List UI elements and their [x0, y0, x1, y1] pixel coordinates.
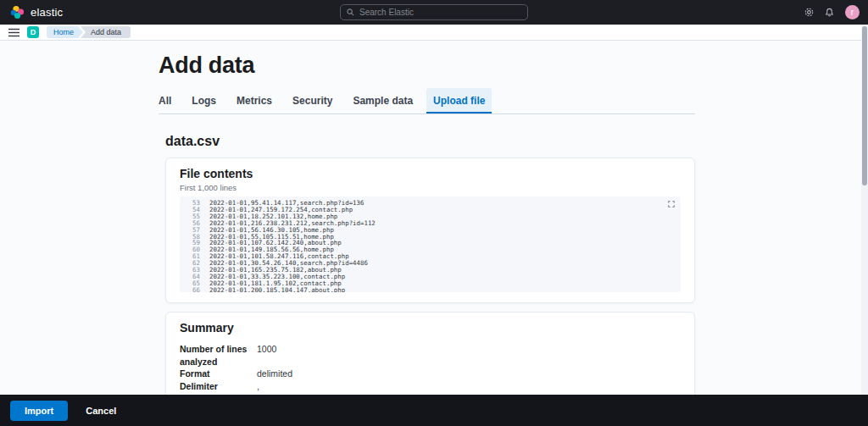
tab-upload-file[interactable]: Upload file: [426, 88, 492, 113]
user-avatar[interactable]: r: [845, 5, 860, 19]
page-scrollbar[interactable]: [861, 25, 868, 426]
summary-row-value: 1000: [257, 343, 276, 368]
code-lines: 532022-01-01,95.41.14.117,search.php?id=…: [186, 200, 674, 292]
summary-title: Summary: [180, 321, 681, 335]
scrollbar-thumb[interactable]: [862, 26, 867, 185]
summary-row-value: delimited: [257, 368, 292, 380]
gear-icon[interactable]: [804, 8, 814, 17]
search-input[interactable]: [359, 8, 521, 17]
page-title: Add data: [159, 53, 695, 79]
line-text: 2022-01-01,200.185.104.147,about.php: [209, 287, 345, 292]
file-contents-panel: File contents First 1,000 lines 532022-0…: [165, 158, 695, 303]
tab-metrics[interactable]: Metrics: [230, 88, 279, 113]
line-number: 66: [186, 287, 200, 292]
summary-row-label: Number of lines analyzed: [180, 343, 257, 368]
bottom-bar: Import Cancel: [0, 395, 868, 426]
breadcrumb-add-data: Add data: [81, 26, 131, 38]
space-badge[interactable]: D: [27, 26, 39, 38]
elastic-brand[interactable]: elastic: [10, 5, 63, 19]
breadcrumb: Home Add data: [47, 26, 131, 38]
tab-sample-data[interactable]: Sample data: [346, 88, 420, 113]
summary-row: Number of lines analyzed1000: [180, 343, 681, 368]
tab-security[interactable]: Security: [286, 88, 339, 113]
summary-row: Delimiter,: [180, 380, 681, 393]
code-line: 662022-01-01,200.185.104.147,about.php: [186, 287, 674, 292]
file-preview-code-block[interactable]: 532022-01-01,95.41.14.117,search.php?id=…: [180, 196, 681, 292]
tab-logs[interactable]: Logs: [185, 88, 223, 113]
brand-name: elastic: [31, 6, 63, 19]
elastic-logo-icon: [10, 5, 25, 19]
summary-row-label: Delimiter: [180, 380, 257, 393]
top-header: elastic r: [0, 0, 868, 25]
import-button[interactable]: Import: [10, 401, 68, 421]
fullscreen-icon[interactable]: [668, 201, 675, 207]
menu-icon[interactable]: [8, 28, 19, 37]
global-search[interactable]: [340, 4, 528, 20]
bell-icon[interactable]: [825, 8, 834, 17]
breadcrumb-home[interactable]: Home: [47, 26, 83, 38]
tab-all[interactable]: All: [152, 88, 178, 113]
search-icon: [347, 8, 354, 16]
main-content: Add data AllLogsMetricsSecuritySample da…: [0, 41, 868, 426]
file-name-title: data.csv: [165, 134, 695, 149]
breadcrumb-bar: D Home Add data: [0, 25, 868, 41]
summary-row-label: Format: [180, 368, 257, 380]
cancel-button[interactable]: Cancel: [86, 406, 116, 416]
file-contents-title: File contents: [180, 167, 681, 180]
tabs: AllLogsMetricsSecuritySample dataUpload …: [159, 88, 695, 114]
file-contents-subtitle: First 1,000 lines: [180, 183, 681, 192]
summary-row-value: ,: [257, 380, 259, 393]
summary-row: Formatdelimited: [180, 368, 681, 380]
